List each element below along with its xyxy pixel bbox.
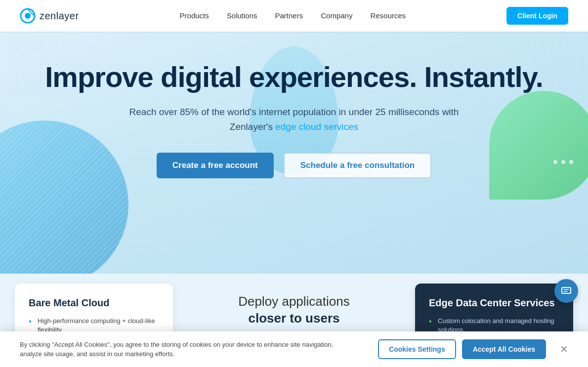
zenlayer-logo-icon — [20, 8, 36, 24]
nav-item-partners[interactable]: Partners — [275, 11, 303, 20]
logo-text: zenlayer — [40, 10, 79, 22]
dot-3 — [569, 160, 573, 164]
nav-item-resources[interactable]: Resources — [370, 11, 406, 20]
nav-item-solutions[interactable]: Solutions — [227, 11, 257, 20]
hero-section: Improve digital experiences. Instantly. … — [0, 32, 588, 279]
svg-point-1 — [25, 13, 31, 19]
deploy-title: Deploy applications closer to users — [238, 293, 349, 327]
chat-fab-button[interactable] — [554, 279, 578, 303]
logo[interactable]: zenlayer — [20, 8, 79, 24]
schedule-consultation-button[interactable]: Schedule a free consultation — [284, 153, 431, 178]
edge-cloud-link[interactable]: edge cloud services — [275, 122, 358, 132]
client-login-button[interactable]: Client Login — [506, 7, 568, 25]
chat-icon — [561, 285, 572, 296]
cookie-buttons: Cookies Settings Accept All Cookies ✕ — [378, 339, 568, 359]
nav-item-company[interactable]: Company — [321, 11, 352, 20]
hero-title: Improve digital experiences. Instantly. — [20, 61, 568, 93]
nav-links: Products Solutions Partners Company Reso… — [180, 11, 406, 20]
deploy-title-bold: closer to users — [249, 311, 340, 326]
accept-cookies-button[interactable]: Accept All Cookies — [462, 339, 546, 359]
bare-metal-title: Bare Metal Cloud — [29, 297, 159, 309]
navbar: zenlayer Products Solutions Partners Com… — [0, 0, 588, 32]
cookie-banner: By clicking "Accept All Cookies", you ag… — [0, 331, 588, 367]
cookie-text: By clicking "Accept All Cookies", you ag… — [20, 340, 346, 359]
cookie-close-button[interactable]: ✕ — [560, 344, 568, 354]
create-account-button[interactable]: Create a free account — [157, 153, 274, 178]
hero-content: Improve digital experiences. Instantly. … — [20, 61, 568, 178]
deploy-title-plain: Deploy applications — [238, 294, 349, 309]
nav-item-products[interactable]: Products — [180, 11, 209, 20]
cookie-settings-button[interactable]: Cookies Settings — [378, 339, 456, 359]
svg-rect-2 — [562, 287, 571, 293]
hero-subtitle: Reach over 85% of the world's internet p… — [126, 105, 462, 135]
hero-buttons: Create a free account Schedule a free co… — [20, 153, 568, 178]
edge-datacenter-title: Edge Data Center Services — [429, 297, 559, 309]
